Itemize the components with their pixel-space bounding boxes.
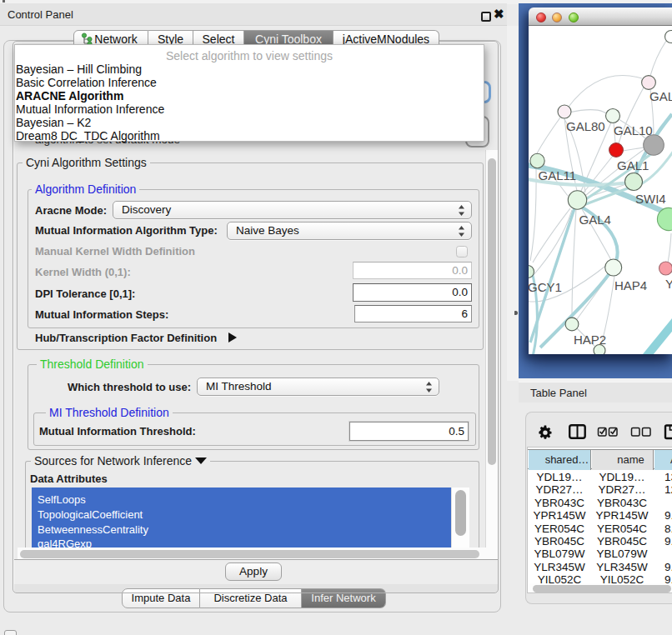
svg-text:Y: Y xyxy=(665,277,672,291)
svg-text:GAL11: GAL11 xyxy=(539,168,577,182)
svg-text:SWI4: SWI4 xyxy=(635,192,666,206)
svg-text:GAL4: GAL4 xyxy=(579,212,611,227)
svg-text:GCY1: GCY1 xyxy=(529,280,562,294)
svg-text:HAP4: HAP4 xyxy=(614,278,647,292)
svg-text:HAP2: HAP2 xyxy=(574,332,606,347)
svg-text:GAL1: GAL1 xyxy=(617,158,649,172)
svg-text:GAL80: GAL80 xyxy=(566,119,605,133)
svg-text:GAL: GAL xyxy=(649,89,672,103)
svg-text:GAL10: GAL10 xyxy=(614,123,653,138)
